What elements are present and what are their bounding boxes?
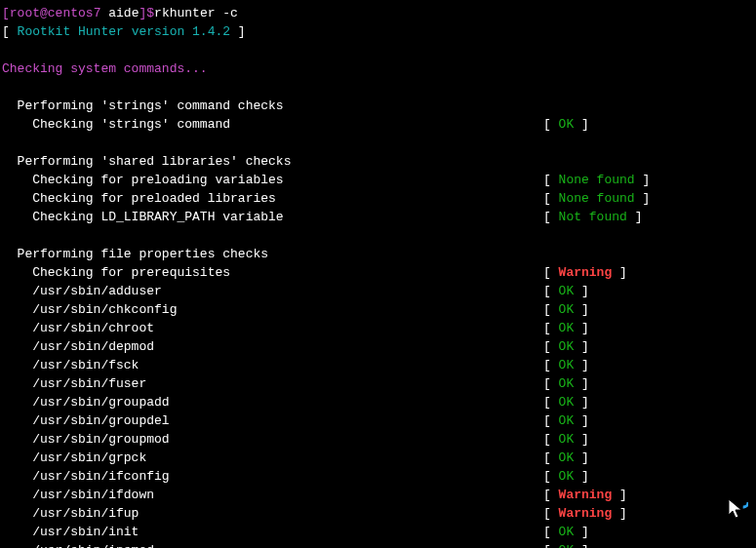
mouse-cursor-icon [725, 497, 748, 521]
output-row: Checking for prerequisites[ Warning ] [2, 263, 754, 282]
output-row: Checking LD_LIBRARY_PATH variable[ Not f… [2, 208, 754, 226]
output-label: /usr/sbin/chroot [2, 319, 543, 337]
command-text: rkhunter -c [154, 6, 238, 20]
output-label: Checking LD_LIBRARY_PATH variable [2, 208, 543, 226]
output-status: [ OK ] [543, 411, 589, 430]
output-label: /usr/sbin/groupadd [2, 393, 543, 411]
prompt-line: [root@centos7 aide]$rkhunter -c [2, 4, 754, 22]
prompt-path: aide [100, 6, 139, 20]
output-row: /usr/sbin/ifup[ Warning ] [2, 504, 754, 523]
output-row: Checking for preloading variables[ None … [2, 171, 754, 189]
status-value: OK [559, 321, 575, 335]
section-shared-libs-title: Performing 'shared libraries' checks [2, 152, 754, 171]
output-status: [ OK ] [543, 337, 589, 356]
output-row: /usr/sbin/chkconfig[ OK ] [2, 300, 754, 319]
status-value: OK [559, 358, 575, 372]
output-row: /usr/sbin/depmod[ OK ] [2, 337, 754, 356]
output-row: /usr/sbin/insmod[ OK ] [2, 541, 754, 548]
section-file-props-title: Performing file properties checks [2, 245, 754, 263]
output-row: /usr/sbin/ifdown[ Warning ] [2, 486, 754, 504]
svg-point-0 [738, 497, 748, 507]
output-status: [ Warning ] [543, 263, 627, 282]
blank-line [2, 41, 754, 59]
output-label: /usr/sbin/chkconfig [2, 300, 543, 319]
status-value: Warning [559, 506, 613, 521]
output-row: /usr/sbin/groupdel[ OK ] [2, 411, 754, 430]
output-status: [ OK ] [543, 541, 589, 548]
output-row: /usr/sbin/ifconfig[ OK ] [2, 467, 754, 486]
output-status: [ OK ] [543, 282, 589, 300]
output-status: [ OK ] [543, 115, 589, 134]
section-strings-title: Performing 'strings' command checks [2, 97, 754, 115]
status-value: OK [559, 543, 575, 548]
output-label: /usr/sbin/groupmod [2, 430, 543, 449]
output-row: /usr/sbin/fuser[ OK ] [2, 374, 754, 393]
status-value: OK [559, 413, 575, 428]
output-label: Checking 'strings' command [2, 115, 543, 134]
output-label: /usr/sbin/fuser [2, 374, 543, 393]
output-status: [ None found ] [543, 171, 650, 189]
output-label: Checking for preloading variables [2, 171, 543, 189]
blank-line [2, 78, 754, 97]
output-label: /usr/sbin/groupdel [2, 411, 543, 430]
output-label: /usr/sbin/ifdown [2, 486, 543, 504]
output-status: [ Not found ] [543, 208, 642, 226]
output-label: /usr/sbin/ifup [2, 504, 543, 523]
banner-text: Rootkit Hunter version 1.4.2 [18, 24, 230, 39]
output-row: /usr/sbin/adduser[ OK ] [2, 282, 754, 300]
status-value: OK [559, 339, 575, 354]
prompt-dollar: $ [146, 6, 154, 20]
output-status: [ OK ] [543, 449, 589, 467]
output-row: Checking 'strings' command[ OK ] [2, 115, 754, 134]
output-status: [ OK ] [543, 523, 589, 541]
prompt-user-host: root@centos7 [10, 6, 101, 20]
status-value: None found [559, 191, 635, 206]
output-status: [ Warning ] [543, 486, 627, 504]
output-row: /usr/sbin/fsck[ OK ] [2, 356, 754, 374]
output-status: [ OK ] [543, 393, 589, 411]
status-value: OK [559, 302, 575, 317]
status-value: None found [559, 173, 635, 187]
output-label: /usr/sbin/adduser [2, 282, 543, 300]
blank-line [2, 134, 754, 152]
output-status: [ OK ] [543, 300, 589, 319]
output-label: /usr/sbin/grpck [2, 449, 543, 467]
output-status: [ OK ] [543, 430, 589, 449]
blank-line [2, 226, 754, 245]
output-label: /usr/sbin/depmod [2, 337, 543, 356]
output-row: /usr/sbin/groupadd[ OK ] [2, 393, 754, 411]
status-value: OK [559, 117, 575, 132]
output-row: /usr/sbin/init[ OK ] [2, 523, 754, 541]
output-label: Checking for prerequisites [2, 263, 543, 282]
output-status: [ OK ] [543, 374, 589, 393]
status-value: OK [559, 395, 575, 410]
output-status: [ Warning ] [543, 504, 627, 523]
output-label: /usr/sbin/fsck [2, 356, 543, 374]
output-label: /usr/sbin/ifconfig [2, 467, 543, 486]
output-status: [ OK ] [543, 356, 589, 374]
status-value: OK [559, 284, 575, 298]
status-value: OK [559, 432, 575, 447]
output-row: Checking for preloaded libraries[ None f… [2, 189, 754, 208]
status-value: Warning [559, 265, 613, 280]
status-value: OK [559, 525, 575, 539]
status-value: OK [559, 376, 575, 391]
output-status: [ OK ] [543, 319, 589, 337]
output-row: /usr/sbin/groupmod[ OK ] [2, 430, 754, 449]
status-value: OK [559, 450, 575, 465]
output-row: /usr/sbin/grpck[ OK ] [2, 449, 754, 467]
banner-line: [ Rootkit Hunter version 1.4.2 ] [2, 22, 754, 41]
status-value: Warning [559, 488, 613, 502]
output-status: [ None found ] [543, 189, 650, 208]
output-label: /usr/sbin/insmod [2, 541, 543, 548]
output-label: Checking for preloaded libraries [2, 189, 543, 208]
output-label: /usr/sbin/init [2, 523, 543, 541]
status-value: Not found [559, 210, 627, 224]
heading-checking-system: Checking system commands... [2, 59, 754, 78]
status-value: OK [559, 469, 575, 484]
output-status: [ OK ] [543, 467, 589, 486]
output-row: /usr/sbin/chroot[ OK ] [2, 319, 754, 337]
prompt-open-bracket: [ [2, 6, 10, 20]
